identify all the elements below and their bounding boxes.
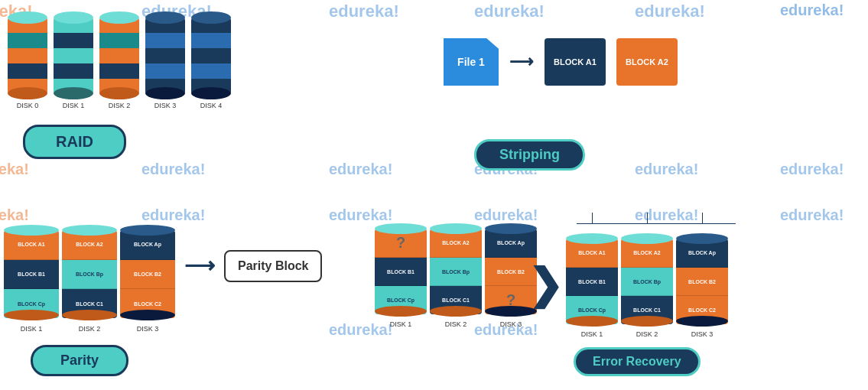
er-after-disk2-label: DISK 2: [636, 330, 658, 338]
er-before-disk3-label: DISK 3: [500, 320, 522, 328]
disk-0-label: DISK 0: [17, 102, 39, 109]
disk-2: DISK 2: [99, 11, 139, 109]
disk-1-label: DISK 1: [63, 102, 85, 109]
error-recovery-after-section: BLOCK A1 BLOCK B1 BLOCK Cp DISK 1 BLOCK …: [566, 213, 736, 376]
stripping-label: Stripping: [474, 139, 585, 171]
watermark-4: edureka!: [474, 2, 545, 21]
watermark-12: edureka!: [780, 161, 844, 178]
block-a2-label: BLOCK A2: [626, 57, 668, 67]
watermark-8: edureka!: [141, 161, 205, 178]
watermark-5: edureka!: [635, 2, 705, 21]
file-box: File 1: [444, 38, 499, 86]
recovery-chevron: ❯: [528, 264, 563, 306]
parity-disk1-label: DISK 1: [21, 325, 43, 333]
watermark-6: edureka!: [780, 2, 844, 19]
stripping-arrow: ⟶: [509, 52, 534, 72]
block-a1: BLOCK A1: [545, 38, 606, 86]
disk-3: DISK 3: [145, 11, 185, 109]
disk-4-label: DISK 4: [200, 102, 223, 109]
error-recovery-label: Error Recovery: [574, 347, 701, 376]
er-before-disk2-label: DISK 2: [445, 320, 467, 328]
disk-1: DISK 1: [54, 11, 93, 109]
parity-block-label: Parity Block: [224, 250, 322, 282]
parity-disk3-label: DISK 3: [137, 325, 159, 333]
parity-disk2-label: DISK 2: [79, 325, 101, 333]
disk-3-label: DISK 3: [154, 102, 177, 109]
disk-4: DISK 4: [191, 11, 231, 109]
parity-label: Parity: [31, 345, 128, 376]
stripping-section: File 1 ⟶ BLOCK A1 BLOCK A2 Stripping: [444, 38, 678, 171]
file-label: File 1: [457, 56, 485, 68]
disk-0: DISK 0: [8, 11, 47, 109]
er-before-disk1-label: DISK 1: [390, 320, 412, 328]
block-a2: BLOCK A2: [616, 38, 678, 86]
watermark-9: edureka!: [329, 161, 392, 178]
er-after-disk1-label: DISK 1: [581, 330, 603, 338]
parity-arrow: ⟶: [184, 253, 215, 278]
error-recovery-before-section: ? BLOCK B1 BLOCK Cp DISK 1 BLOCK A2 BLOC…: [375, 213, 537, 328]
raid-disk-section: DISK 0 DISK 1: [0, 11, 231, 159]
disk-2-label: DISK 2: [109, 102, 131, 109]
parity-section: BLOCK A1 BLOCK B1 BLOCK Cp DISK 1 BLOCK …: [0, 214, 322, 376]
raid-label: RAID: [23, 125, 126, 159]
block-a1-label: BLOCK A1: [554, 57, 597, 67]
watermark-7: reka!: [0, 161, 29, 178]
watermark-3: edureka!: [329, 2, 399, 21]
watermark-18: edureka!: [780, 206, 844, 224]
er-after-disk3-label: DISK 3: [691, 330, 714, 338]
